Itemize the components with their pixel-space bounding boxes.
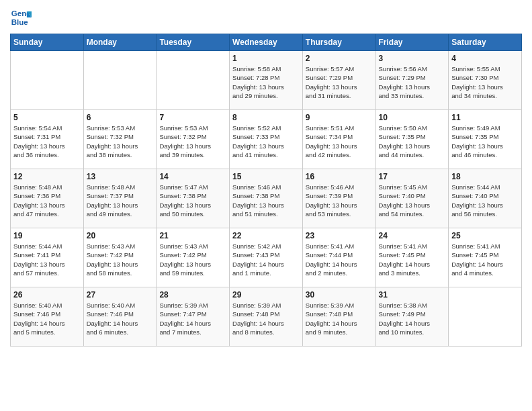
day-number: 9 (306, 113, 373, 122)
day-number: 22 (232, 231, 300, 240)
calendar-week-1: 1Sunrise: 5:58 AM Sunset: 7:28 PM Daylig… (11, 51, 522, 110)
calendar-cell (449, 287, 522, 347)
day-number: 29 (232, 290, 300, 300)
day-info: Sunrise: 5:57 AM Sunset: 7:29 PM Dayligh… (306, 64, 373, 100)
day-number: 21 (159, 231, 226, 240)
calendar-cell: 23Sunrise: 5:41 AM Sunset: 7:44 PM Dayli… (302, 228, 375, 287)
calendar-cell: 10Sunrise: 5:50 AM Sunset: 7:35 PM Dayli… (375, 110, 449, 169)
calendar-cell (157, 51, 230, 110)
calendar-week-4: 19Sunrise: 5:44 AM Sunset: 7:41 PM Dayli… (11, 228, 522, 287)
day-number: 28 (159, 290, 226, 300)
day-info: Sunrise: 5:49 AM Sunset: 7:35 PM Dayligh… (451, 124, 519, 159)
day-info: Sunrise: 5:43 AM Sunset: 7:42 PM Dayligh… (87, 242, 154, 277)
calendar-cell: 26Sunrise: 5:40 AM Sunset: 7:46 PM Dayli… (11, 287, 84, 347)
day-info: Sunrise: 5:41 AM Sunset: 7:44 PM Dayligh… (306, 242, 373, 277)
day-info: Sunrise: 5:44 AM Sunset: 7:40 PM Dayligh… (451, 183, 519, 218)
day-info: Sunrise: 5:55 AM Sunset: 7:30 PM Dayligh… (451, 64, 519, 100)
day-number: 10 (379, 113, 446, 122)
calendar-cell: 28Sunrise: 5:39 AM Sunset: 7:47 PM Dayli… (157, 287, 230, 347)
calendar-cell: 1Sunrise: 5:58 AM Sunset: 7:28 PM Daylig… (230, 51, 303, 110)
day-info: Sunrise: 5:50 AM Sunset: 7:35 PM Dayligh… (379, 124, 446, 159)
day-info: Sunrise: 5:53 AM Sunset: 7:32 PM Dayligh… (87, 124, 154, 159)
day-number: 14 (159, 172, 226, 181)
calendar-cell: 8Sunrise: 5:52 AM Sunset: 7:33 PM Daylig… (230, 110, 303, 169)
calendar-cell: 14Sunrise: 5:47 AM Sunset: 7:38 PM Dayli… (157, 169, 230, 228)
calendar-cell (11, 51, 84, 110)
calendar-cell: 27Sunrise: 5:40 AM Sunset: 7:46 PM Dayli… (83, 287, 157, 347)
day-info: Sunrise: 5:56 AM Sunset: 7:29 PM Dayligh… (379, 64, 446, 100)
day-number: 5 (13, 113, 81, 122)
day-number: 17 (379, 172, 446, 181)
day-info: Sunrise: 5:53 AM Sunset: 7:32 PM Dayligh… (159, 124, 226, 159)
day-info: Sunrise: 5:41 AM Sunset: 7:45 PM Dayligh… (379, 242, 446, 277)
calendar-cell: 7Sunrise: 5:53 AM Sunset: 7:32 PM Daylig… (157, 110, 230, 169)
weekday-header-monday: Monday (83, 34, 157, 51)
calendar-cell: 4Sunrise: 5:55 AM Sunset: 7:30 PM Daylig… (449, 51, 522, 110)
calendar-cell: 15Sunrise: 5:46 AM Sunset: 7:38 PM Dayli… (230, 169, 303, 228)
day-number: 24 (379, 231, 446, 240)
day-info: Sunrise: 5:52 AM Sunset: 7:33 PM Dayligh… (232, 124, 300, 159)
day-number: 7 (159, 113, 226, 122)
calendar-table: SundayMondayTuesdayWednesdayThursdayFrid… (10, 34, 522, 347)
day-number: 23 (306, 231, 373, 240)
calendar-cell: 18Sunrise: 5:44 AM Sunset: 7:40 PM Dayli… (449, 169, 522, 228)
calendar-cell: 3Sunrise: 5:56 AM Sunset: 7:29 PM Daylig… (375, 51, 449, 110)
day-info: Sunrise: 5:48 AM Sunset: 7:37 PM Dayligh… (87, 183, 154, 218)
day-number: 12 (13, 172, 81, 181)
calendar-cell: 11Sunrise: 5:49 AM Sunset: 7:35 PM Dayli… (449, 110, 522, 169)
calendar-cell: 31Sunrise: 5:38 AM Sunset: 7:49 PM Dayli… (375, 287, 449, 347)
calendar-cell: 16Sunrise: 5:46 AM Sunset: 7:39 PM Dayli… (302, 169, 375, 228)
calendar-cell: 21Sunrise: 5:43 AM Sunset: 7:42 PM Dayli… (157, 228, 230, 287)
day-info: Sunrise: 5:39 AM Sunset: 7:48 PM Dayligh… (306, 301, 373, 336)
day-number: 1 (232, 54, 300, 63)
calendar-cell: 12Sunrise: 5:48 AM Sunset: 7:36 PM Dayli… (11, 169, 84, 228)
day-info: Sunrise: 5:48 AM Sunset: 7:36 PM Dayligh… (13, 183, 81, 218)
day-info: Sunrise: 5:58 AM Sunset: 7:28 PM Dayligh… (232, 64, 300, 100)
calendar-cell (83, 51, 157, 110)
calendar-cell: 6Sunrise: 5:53 AM Sunset: 7:32 PM Daylig… (83, 110, 157, 169)
day-info: Sunrise: 5:40 AM Sunset: 7:46 PM Dayligh… (13, 301, 81, 336)
day-info: Sunrise: 5:54 AM Sunset: 7:31 PM Dayligh… (13, 124, 81, 159)
day-number: 30 (306, 290, 373, 300)
calendar-cell: 2Sunrise: 5:57 AM Sunset: 7:29 PM Daylig… (302, 51, 375, 110)
day-number: 11 (451, 113, 519, 122)
day-number: 25 (451, 231, 519, 240)
day-number: 4 (451, 54, 519, 63)
day-number: 2 (306, 54, 373, 63)
day-number: 15 (232, 172, 300, 181)
day-info: Sunrise: 5:38 AM Sunset: 7:49 PM Dayligh… (379, 301, 446, 336)
weekday-header-tuesday: Tuesday (157, 34, 230, 51)
logo-icon: General Blue (10, 7, 32, 28)
weekday-header-wednesday: Wednesday (230, 34, 303, 51)
logo: General Blue (10, 7, 32, 28)
day-info: Sunrise: 5:41 AM Sunset: 7:45 PM Dayligh… (451, 242, 519, 277)
day-info: Sunrise: 5:44 AM Sunset: 7:41 PM Dayligh… (13, 242, 81, 277)
day-number: 27 (87, 290, 154, 300)
calendar-cell: 5Sunrise: 5:54 AM Sunset: 7:31 PM Daylig… (11, 110, 84, 169)
calendar-cell: 24Sunrise: 5:41 AM Sunset: 7:45 PM Dayli… (375, 228, 449, 287)
day-info: Sunrise: 5:46 AM Sunset: 7:38 PM Dayligh… (232, 183, 300, 218)
day-number: 31 (379, 290, 446, 300)
weekday-header-sunday: Sunday (11, 34, 84, 51)
day-info: Sunrise: 5:51 AM Sunset: 7:34 PM Dayligh… (306, 124, 373, 159)
day-info: Sunrise: 5:40 AM Sunset: 7:46 PM Dayligh… (87, 301, 154, 336)
day-info: Sunrise: 5:39 AM Sunset: 7:48 PM Dayligh… (232, 301, 300, 336)
svg-text:Blue: Blue (11, 18, 29, 26)
day-info: Sunrise: 5:47 AM Sunset: 7:38 PM Dayligh… (159, 183, 226, 218)
day-number: 8 (232, 113, 300, 122)
weekday-header-thursday: Thursday (302, 34, 375, 51)
day-number: 6 (87, 113, 154, 122)
day-number: 3 (379, 54, 446, 63)
calendar-cell: 19Sunrise: 5:44 AM Sunset: 7:41 PM Dayli… (11, 228, 84, 287)
calendar-cell: 22Sunrise: 5:42 AM Sunset: 7:43 PM Dayli… (230, 228, 303, 287)
page-header: General Blue (10, 7, 522, 28)
day-info: Sunrise: 5:46 AM Sunset: 7:39 PM Dayligh… (306, 183, 373, 218)
calendar-cell: 13Sunrise: 5:48 AM Sunset: 7:37 PM Dayli… (83, 169, 157, 228)
day-info: Sunrise: 5:45 AM Sunset: 7:40 PM Dayligh… (379, 183, 446, 218)
calendar-cell: 29Sunrise: 5:39 AM Sunset: 7:48 PM Dayli… (230, 287, 303, 347)
calendar-week-2: 5Sunrise: 5:54 AM Sunset: 7:31 PM Daylig… (11, 110, 522, 169)
day-info: Sunrise: 5:39 AM Sunset: 7:47 PM Dayligh… (159, 301, 226, 336)
calendar-cell: 9Sunrise: 5:51 AM Sunset: 7:34 PM Daylig… (302, 110, 375, 169)
day-number: 19 (13, 231, 81, 240)
day-number: 13 (87, 172, 154, 181)
